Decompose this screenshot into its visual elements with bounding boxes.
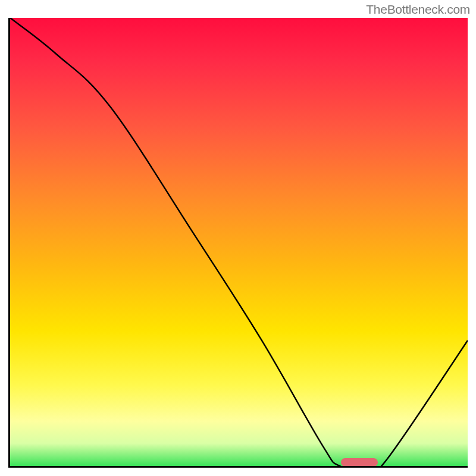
- optimal-marker: [341, 458, 378, 466]
- watermark-text: TheBottleneck.com: [366, 2, 470, 17]
- bottleneck-chart: TheBottleneck.com: [0, 0, 476, 476]
- curve-line: [10, 18, 468, 466]
- plot-area: [8, 18, 468, 468]
